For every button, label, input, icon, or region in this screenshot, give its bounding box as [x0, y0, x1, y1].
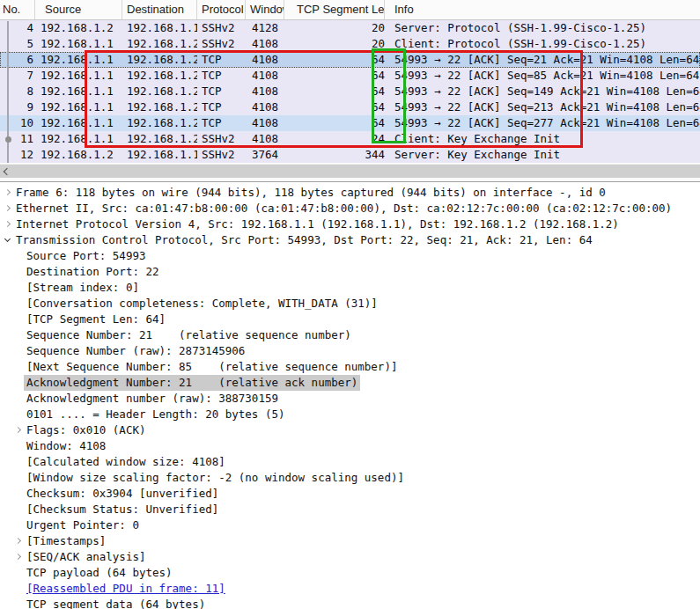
detail-link[interactable]: [Reassembled PDU in frame: 11]: [26, 581, 225, 597]
horizontal-scrollbar[interactable]: [0, 164, 700, 178]
detail-line[interactable]: [Calculated window size: 4108]: [0, 454, 700, 470]
detail-text: TCP segment data (64 bytes): [26, 597, 205, 609]
annotation-green-box: [372, 48, 406, 143]
packet-cell-source: 192.168.1.2: [35, 147, 122, 163]
detail-text: [Calculated window size: 4108]: [26, 454, 225, 470]
expander-collapsed-icon[interactable]: [4, 205, 11, 211]
packet-cell-window: 3764: [246, 147, 284, 163]
column-header-source[interactable]: Source: [35, 0, 122, 19]
detail-line[interactable]: [Timestamps]: [0, 533, 700, 549]
detail-line[interactable]: Internet Protocol Version 4, Src: 192.16…: [0, 216, 700, 232]
detail-line[interactable]: Ethernet II, Src: ca:01:47:b8:00:00 (ca:…: [0, 201, 700, 216]
packet-cell-info: Server: Key Exchange Init: [385, 147, 700, 163]
expander-collapsed-icon[interactable]: [4, 189, 11, 195]
detail-line[interactable]: Urgent Pointer: 0: [0, 517, 700, 533]
detail-line[interactable]: Flags: 0x010 (ACK): [0, 422, 700, 438]
detail-text: [Checksum Status: Unverified]: [26, 502, 218, 517]
detail-text: [Window size scaling factor: -2 (no wind…: [26, 470, 404, 486]
packet-cell-no: 9: [0, 99, 35, 115]
detail-line[interactable]: [Checksum Status: Unverified]: [0, 502, 700, 517]
packet-cell-no: 12: [0, 147, 35, 163]
detail-text: [Stream index: 0]: [26, 280, 139, 296]
packet-cell-no: 5: [0, 36, 35, 52]
detail-line[interactable]: [SEQ/ACK analysis]: [0, 549, 700, 565]
packet-list-header: No.SourceDestinationProtocolWindowTCP Se…: [0, 0, 700, 20]
packet-cell-protocol: SSHv2: [197, 20, 246, 36]
detail-text: Transmission Control Protocol, Src Port:…: [16, 232, 593, 248]
column-header-protocol[interactable]: Protocol: [197, 0, 246, 19]
detail-text: Frame 6: 118 bytes on wire (944 bits), 1…: [16, 185, 606, 201]
detail-line[interactable]: TCP segment data (64 bytes): [0, 597, 700, 609]
packet-cell-destination: 192.168.1.1: [122, 147, 197, 163]
detail-line[interactable]: [Reassembled PDU in frame: 11]: [0, 581, 700, 597]
detail-text: Acknowledgment number (raw): 388730159: [26, 391, 278, 407]
detail-line[interactable]: [Stream index: 0]: [0, 280, 700, 296]
packet-cell-destination: 192.168.1.1: [122, 20, 197, 36]
detail-text: Ethernet II, Src: ca:01:47:b8:00:00 (ca:…: [16, 201, 672, 216]
detail-line[interactable]: 0101 .... = Header Length: 20 bytes (5): [0, 407, 700, 422]
detail-text: TCP payload (64 bytes): [26, 565, 173, 581]
detail-line[interactable]: Destination Port: 22: [0, 264, 700, 280]
detail-text: [Timestamps]: [26, 533, 106, 549]
detail-line[interactable]: Transmission Control Protocol, Src Port:…: [0, 232, 700, 248]
packet-cell-no: 4: [0, 20, 35, 36]
packet-cell-source: 192.168.1.2: [35, 20, 122, 36]
detail-text: Flags: 0x010 (ACK): [26, 422, 145, 438]
packet-cell-no: 7: [0, 68, 35, 84]
detail-line[interactable]: [TCP Segment Len: 64]: [0, 312, 700, 327]
detail-line[interactable]: Acknowledgment Number: 21 (relative ack …: [0, 375, 700, 391]
expander-collapsed-icon[interactable]: [4, 221, 11, 227]
detail-line[interactable]: [Next Sequence Number: 85 (relative sequ…: [0, 359, 700, 375]
detail-text: [Conversation completeness: Complete, WI…: [26, 296, 378, 312]
packet-row[interactable]: 4192.168.1.2192.168.1.1SSHv2412820Server…: [0, 20, 700, 36]
detail-line[interactable]: TCP payload (64 bytes): [0, 565, 700, 581]
annotation-red-box: [85, 50, 583, 148]
packet-details-pane: Frame 6: 118 bytes on wire (944 bits), 1…: [0, 182, 700, 609]
packet-cell-seg_len: 20: [284, 20, 385, 36]
detail-line[interactable]: Window: 4108: [0, 438, 700, 454]
detail-text: Window: 4108: [26, 438, 106, 454]
detail-text: Sequence Number (raw): 2873145906: [26, 343, 245, 359]
detail-line[interactable]: Sequence Number: 21 (relative sequence n…: [0, 327, 700, 343]
packet-list-pane: No.SourceDestinationProtocolWindowTCP Se…: [0, 0, 700, 164]
detail-line[interactable]: [Window size scaling factor: -2 (no wind…: [0, 470, 700, 486]
column-header-seglen[interactable]: TCP Segment Len: [284, 0, 385, 19]
detail-line[interactable]: Checksum: 0x3904 [unverified]: [0, 486, 700, 502]
related-packet-dot-icon: [5, 136, 11, 143]
packet-cell-no: 8: [0, 84, 35, 99]
detail-text: Sequence Number: 21 (relative sequence n…: [26, 327, 351, 343]
detail-text: 0101 .... = Header Length: 20 bytes (5): [26, 407, 285, 422]
detail-line[interactable]: Frame 6: 118 bytes on wire (944 bits), 1…: [0, 185, 700, 201]
packet-cell-window: 4128: [246, 20, 284, 36]
expander-collapsed-icon[interactable]: [15, 538, 21, 544]
expander-collapsed-icon[interactable]: [15, 554, 21, 560]
packet-cell-protocol: SSHv2: [197, 147, 246, 163]
detail-text: Source Port: 54993: [26, 248, 145, 264]
column-header-destination[interactable]: Destination: [122, 0, 197, 19]
detail-text: [TCP Segment Len: 64]: [26, 312, 166, 327]
scroll-left-icon[interactable]: [4, 168, 11, 175]
detail-text: [SEQ/ACK analysis]: [26, 549, 145, 565]
detail-line[interactable]: Acknowledgment number (raw): 388730159: [0, 391, 700, 407]
packet-cell-seg_len: 344: [284, 147, 385, 163]
detail-text: Destination Port: 22: [26, 264, 159, 280]
detail-line[interactable]: Sequence Number (raw): 2873145906: [0, 343, 700, 359]
detail-text: Internet Protocol Version 4, Src: 192.16…: [16, 216, 619, 232]
detail-text: Urgent Pointer: 0: [26, 517, 139, 533]
detail-text: [Next Sequence Number: 85 (relative sequ…: [26, 359, 397, 375]
column-header-window[interactable]: Window: [246, 0, 284, 19]
packet-cell-info: Server: Protocol (SSH-1.99-Cisco-1.25): [385, 20, 700, 36]
expander-collapsed-icon[interactable]: [15, 427, 21, 433]
detail-line[interactable]: Source Port: 54993: [0, 248, 700, 264]
packet-cell-no: 6: [0, 52, 35, 68]
detail-selected-field: Acknowledgment Number: 21 (relative ack …: [24, 375, 360, 391]
packet-row[interactable]: 12192.168.1.2192.168.1.1SSHv23764344Serv…: [0, 147, 700, 163]
packet-cell-no: 10: [0, 115, 35, 131]
column-header-no[interactable]: No.: [0, 0, 35, 19]
column-header-info[interactable]: Info: [385, 0, 700, 19]
wireshark-window: No.SourceDestinationProtocolWindowTCP Se…: [0, 0, 700, 609]
expander-expanded-icon[interactable]: [4, 236, 11, 242]
detail-line[interactable]: [Conversation completeness: Complete, WI…: [0, 296, 700, 312]
detail-text: Checksum: 0x3904 [unverified]: [26, 486, 218, 502]
